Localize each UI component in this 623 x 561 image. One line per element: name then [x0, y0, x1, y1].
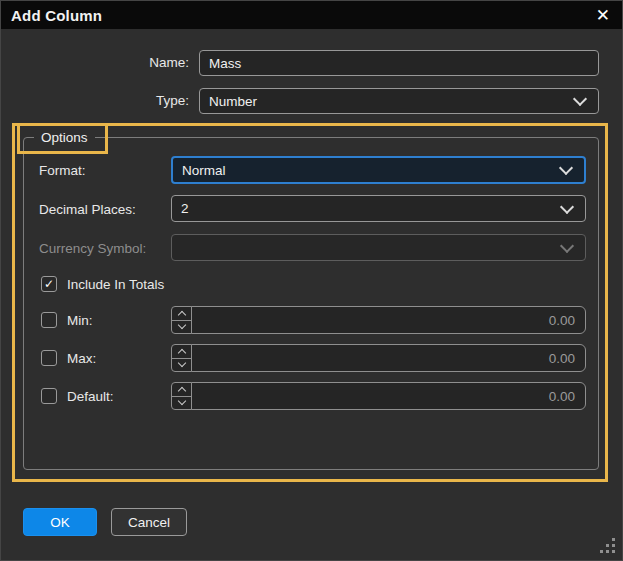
- default-input-value: 0.00: [549, 389, 575, 404]
- spin-up-button[interactable]: [172, 345, 191, 359]
- options-legend: Options: [34, 130, 95, 145]
- max-label: Max:: [67, 351, 96, 367]
- default-input[interactable]: 0.00: [191, 382, 586, 410]
- type-label: Type:: [1, 93, 189, 109]
- max-spinner: [171, 344, 192, 372]
- spin-down-button[interactable]: [172, 397, 191, 410]
- default-spinner: [171, 382, 192, 410]
- chevron-down-icon: [560, 238, 574, 252]
- title-bar: Add Column ✕: [1, 1, 622, 29]
- dialog-title: Add Column: [11, 7, 102, 24]
- chevron-up-icon: [177, 387, 185, 395]
- chevron-up-icon: [177, 349, 185, 357]
- name-input[interactable]: [199, 50, 599, 76]
- options-groupbox: [23, 137, 599, 470]
- default-checkbox[interactable]: ✓: [41, 388, 57, 404]
- spin-up-button[interactable]: [172, 307, 191, 321]
- default-label: Default:: [67, 389, 114, 405]
- chevron-down-icon: [177, 397, 185, 405]
- type-select[interactable]: Number: [199, 88, 599, 114]
- chevron-down-icon: [573, 92, 587, 106]
- name-label: Name:: [1, 55, 189, 71]
- resize-grip[interactable]: [612, 550, 615, 553]
- max-input[interactable]: 0.00: [191, 344, 586, 372]
- min-checkbox[interactable]: ✓: [41, 312, 57, 328]
- min-input[interactable]: 0.00: [191, 306, 586, 334]
- max-input-value: 0.00: [549, 351, 575, 366]
- min-spinner: [171, 306, 192, 334]
- close-icon[interactable]: ✕: [594, 7, 612, 24]
- min-label: Min:: [67, 313, 93, 329]
- max-checkbox[interactable]: ✓: [41, 350, 57, 366]
- cancel-button[interactable]: Cancel: [111, 508, 187, 536]
- chevron-down-icon: [177, 359, 185, 367]
- spin-up-button[interactable]: [172, 383, 191, 397]
- chevron-down-icon: [560, 199, 574, 213]
- chevron-down-icon: [177, 321, 185, 329]
- decimal-places-select[interactable]: 2: [171, 195, 586, 222]
- decimal-places-label: Decimal Places:: [39, 202, 136, 218]
- currency-symbol-label: Currency Symbol:: [39, 241, 146, 257]
- min-input-value: 0.00: [549, 313, 575, 328]
- ok-button[interactable]: OK: [23, 508, 97, 536]
- format-select-value: Normal: [182, 163, 561, 178]
- include-in-totals-checkbox[interactable]: ✓: [41, 276, 57, 292]
- decimal-places-select-value: 2: [181, 201, 562, 216]
- chevron-up-icon: [177, 311, 185, 319]
- chevron-down-icon: [559, 161, 573, 175]
- format-label: Format:: [39, 163, 86, 179]
- spin-down-button[interactable]: [172, 321, 191, 334]
- format-select[interactable]: Normal: [171, 156, 586, 184]
- check-icon: ✓: [44, 278, 54, 290]
- spin-down-button[interactable]: [172, 359, 191, 372]
- add-column-dialog: Add Column ✕ Name: Type: Number Options …: [0, 0, 623, 561]
- include-in-totals-label: Include In Totals: [67, 277, 164, 293]
- type-select-value: Number: [209, 94, 575, 109]
- currency-symbol-select[interactable]: [171, 234, 586, 261]
